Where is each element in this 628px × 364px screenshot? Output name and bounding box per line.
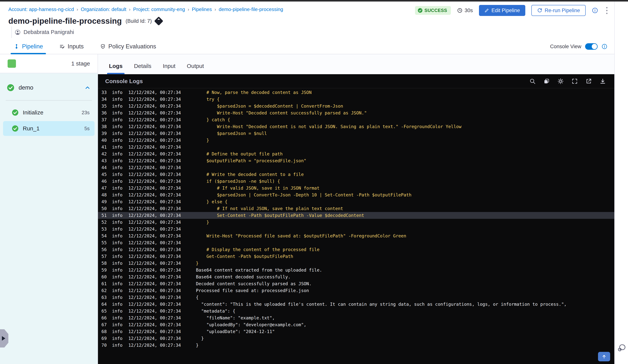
window-top-strip	[0, 0, 628, 1]
breadcrumb-item[interactable]: demo-pipeline-file-processing	[219, 6, 283, 12]
log-line-number: 36	[98, 110, 107, 115]
console-view-info-icon[interactable]	[601, 43, 608, 50]
log-level: info	[112, 254, 123, 259]
log-level: info	[112, 138, 123, 143]
scroll-to-top-button[interactable]	[598, 352, 610, 361]
log-level: info	[112, 233, 123, 238]
step-name: Initialize	[23, 109, 43, 116]
log-line-number: 37	[98, 117, 107, 122]
log-level: info	[112, 186, 123, 191]
status-label: SUCCESS	[424, 8, 447, 13]
log-line-number: 70	[98, 343, 107, 348]
log-timestamp: 12/12/2024, 00:27:34	[128, 145, 184, 149]
log-line: 47info12/12/2024, 00:27:34 # If valid JS…	[98, 185, 614, 192]
app-main: Account: app-harness-ng-cicd›Organizatio…	[0, 1, 614, 364]
log-level: info	[112, 315, 123, 320]
rerun-pipeline-label: Re-run Pipeline	[545, 7, 580, 13]
log-timestamp: 12/12/2024, 00:27:34	[128, 179, 184, 184]
log-line: 59info12/12/2024, 00:27:34Base64 content…	[98, 267, 614, 274]
log-message: # Define the output file path	[196, 151, 283, 156]
tab-policy-evaluations[interactable]: Policy Evaluations	[100, 39, 156, 54]
log-level: info	[112, 199, 123, 204]
log-level: info	[112, 302, 123, 307]
log-message: Set-Content -Path $outputFilePath -Value…	[196, 213, 364, 218]
log-message: Write-Host "Processed file saved at: $ou…	[196, 233, 406, 238]
log-message: Base64 content decoded successfully.	[196, 274, 291, 279]
log-line: 50info12/12/2024, 00:27:34 # If not vali…	[98, 205, 614, 212]
log-line: 58info12/12/2024, 00:27:34}	[98, 260, 614, 267]
log-level: info	[112, 165, 123, 170]
harness-build-icon	[154, 16, 163, 26]
log-message: $outputFilePath = "processedFile.json"	[196, 158, 307, 163]
log-line: 61info12/12/2024, 00:27:34Decoded conten…	[98, 280, 614, 287]
log-line: 37info12/12/2024, 00:27:34 } catch {	[98, 116, 614, 123]
log-message: } else {	[196, 199, 228, 204]
stage-success-icon	[7, 84, 14, 91]
log-message: "uploadDate": "2024-12-11"	[196, 329, 275, 334]
log-level: info	[112, 220, 123, 225]
breadcrumb-item[interactable]: Organization: default	[81, 6, 126, 12]
open-in-new-icon[interactable]	[585, 78, 592, 84]
console: Console Logs 33info12/12/2024, 00:27:34 …	[98, 74, 614, 364]
log-level: info	[112, 336, 123, 341]
breadcrumb-item[interactable]: Project: community-eng	[133, 6, 185, 12]
log-tab-details[interactable]: Details	[133, 63, 153, 74]
log-line-number: 38	[98, 124, 107, 129]
log-timestamp: 12/12/2024, 00:27:34	[128, 254, 184, 259]
log-level: info	[112, 110, 123, 115]
log-line-number: 46	[98, 179, 107, 184]
log-level: info	[112, 90, 123, 95]
log-timestamp: 12/12/2024, 00:27:34	[128, 268, 184, 273]
chevron-up-icon[interactable]	[84, 84, 91, 91]
console-view-toggle[interactable]	[585, 43, 598, 50]
log-line: 41info12/12/2024, 00:27:34	[98, 144, 614, 150]
log-timestamp: 12/12/2024, 00:27:34	[128, 104, 184, 109]
settings-icon[interactable]	[557, 78, 564, 84]
log-line-number: 47	[98, 186, 107, 191]
search-icon[interactable]	[529, 78, 536, 84]
step-row-initialize[interactable]: Initialize23s	[3, 105, 94, 120]
fullscreen-icon[interactable]	[571, 78, 578, 84]
log-tab-output[interactable]: Output	[186, 63, 205, 74]
log-message: Write-Host "Decoded content successfully…	[196, 110, 367, 115]
log-timestamp: 12/12/2024, 00:27:34	[128, 247, 184, 252]
log-level: info	[112, 240, 123, 245]
stage-row-demo[interactable]: demo	[0, 81, 98, 94]
step-row-run_1[interactable]: Run_15s	[3, 121, 94, 136]
log-line-number: 60	[98, 274, 107, 279]
breadcrumb-item[interactable]: Account: app-harness-ng-cicd	[8, 6, 74, 12]
log-line-number: 59	[98, 268, 107, 273]
log-level: info	[112, 192, 123, 197]
tab-inputs[interactable]: Inputs	[59, 39, 83, 54]
log-level: info	[112, 261, 123, 266]
log-lines: 33info12/12/2024, 00:27:34 # Now, parse …	[98, 88, 614, 364]
more-options-menu[interactable]	[604, 6, 609, 15]
page-title: demo-pipeline-file-processing	[8, 16, 122, 26]
info-icon[interactable]	[592, 7, 598, 14]
rerun-pipeline-button[interactable]: Re-run Pipeline	[531, 5, 586, 16]
log-tab-logs[interactable]: Logs	[108, 63, 124, 74]
download-icon[interactable]	[600, 78, 606, 84]
copy-icon[interactable]	[543, 78, 550, 84]
log-panel: LogsDetailsInputOutput Console Logs 33in…	[98, 54, 614, 364]
log-timestamp: 12/12/2024, 00:27:34	[128, 110, 184, 115]
support-chat-icon[interactable]	[617, 343, 627, 353]
log-line-number: 62	[98, 288, 107, 293]
console-title: Console Logs	[105, 78, 143, 84]
log-message: Write-Host "Decoded content is not valid…	[196, 124, 462, 129]
edit-pipeline-button[interactable]: Edit Pipeline	[479, 5, 525, 16]
log-line: 46info12/12/2024, 00:27:34 if ($parsedJs…	[98, 178, 614, 185]
log-tab-input[interactable]: Input	[161, 63, 176, 74]
log-line: 34info12/12/2024, 00:27:34 try {	[98, 96, 614, 103]
log-line-number: 55	[98, 240, 107, 245]
author-name: Debabrata Panigrahi	[23, 29, 74, 35]
log-level: info	[112, 274, 123, 279]
tab-pipeline[interactable]: Pipeline	[14, 39, 43, 54]
breadcrumb-separator: ›	[215, 7, 216, 12]
log-message: # Write the decoded content to a file	[196, 172, 304, 177]
log-message: }	[196, 138, 209, 143]
log-timestamp: 12/12/2024, 00:27:34	[128, 336, 184, 341]
log-message: "fileName": "example.txt",	[196, 315, 275, 320]
log-timestamp: 12/12/2024, 00:27:34	[128, 199, 184, 204]
breadcrumb-item[interactable]: Pipelines	[192, 6, 212, 12]
